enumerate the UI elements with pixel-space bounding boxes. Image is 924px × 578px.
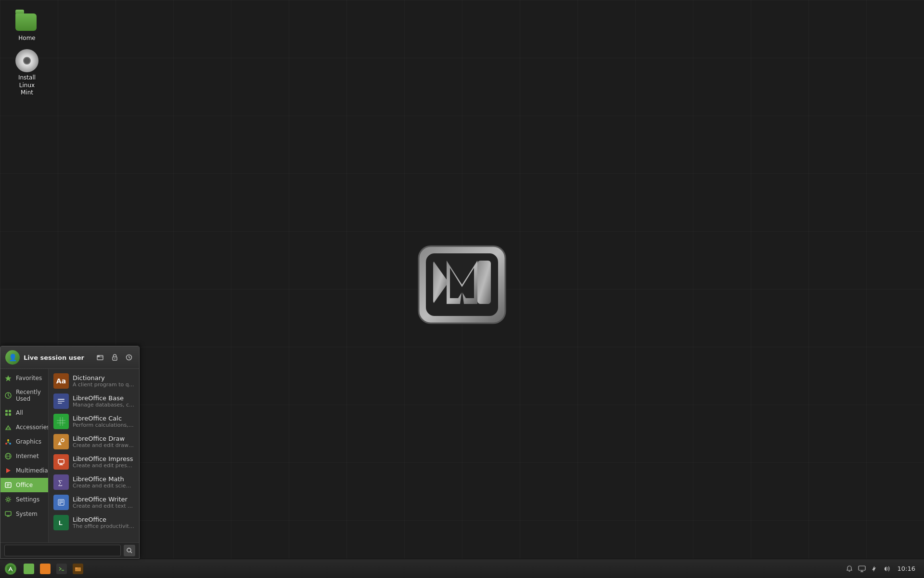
svg-rect-39 [58, 403, 62, 404]
install-icon-label: Install Linux Mint [10, 74, 44, 97]
accessories-icon [4, 423, 12, 431]
file-manager-icon [73, 564, 83, 574]
system-icon [4, 510, 12, 518]
lo-math-name: LibreOffice Math [73, 475, 134, 483]
taskbar-clock: 10:16 [895, 565, 918, 572]
search-input[interactable] [4, 545, 121, 556]
lo-math-icon: ∑ [53, 474, 69, 490]
sidebar-item-recently-used[interactable]: Recently Used [0, 385, 48, 406]
app-item-lo-impress[interactable]: LibreOffice Impress Create and edit pres… [49, 452, 139, 472]
sidebar-item-system-label: System [16, 511, 38, 517]
sidebar-item-system[interactable]: System [0, 507, 48, 521]
graphics-icon [4, 438, 12, 446]
sidebar-item-settings-label: Settings [16, 496, 39, 503]
menu-apps: Aa Dictionary A client program to query … [49, 369, 139, 542]
sidebar-item-graphics[interactable]: Graphics [0, 434, 48, 449]
svg-point-11 [114, 358, 115, 359]
sidebar-item-multimedia-label: Multimedia [16, 467, 48, 474]
lo-draw-desc: Create and edit drawings, flow ch... [73, 442, 134, 448]
svg-text:L: L [59, 519, 63, 526]
sidebar-item-internet[interactable]: Internet [0, 449, 48, 463]
sidebar-item-accessories[interactable]: Accessories [0, 420, 48, 434]
desktop-icon-home[interactable]: Home [8, 8, 46, 44]
lo-writer-info: LibreOffice Writer Create and edit text … [73, 496, 134, 509]
svg-marker-27 [6, 468, 11, 473]
app-item-lo-writer[interactable]: LibreOffice Writer Create and edit text … [49, 492, 139, 512]
sidebar-item-favorites-label: Favorites [16, 375, 42, 381]
app-item-libreoffice[interactable]: L LibreOffice The office productivity su… [49, 512, 139, 533]
dvd-icon [15, 49, 38, 72]
menu-sidebar: Favorites Recently Used All [0, 369, 49, 542]
terminal-icon [56, 564, 67, 574]
start-menu: 👤 Live session user [0, 346, 140, 559]
lo-base-icon [53, 394, 69, 409]
lo-calc-name: LibreOffice Calc [73, 415, 134, 422]
dictionary-name: Dictionary [73, 374, 134, 381]
logout-button[interactable] [124, 352, 134, 363]
app-item-lo-draw[interactable]: LibreOffice Draw Create and edit drawing… [49, 432, 139, 452]
svg-point-21 [9, 443, 11, 445]
sidebar-item-favorites[interactable]: Favorites [0, 371, 48, 385]
lo-calc-desc: Perform calculations, analyze inf... [73, 422, 134, 428]
sidebar-item-recently-label: Recently Used [16, 389, 44, 402]
taskbar-start-button[interactable] [2, 561, 19, 577]
sidebar-item-office[interactable]: Office [0, 478, 48, 492]
svg-rect-66 [75, 567, 77, 569]
power-icon[interactable] [870, 564, 879, 574]
files-manager-button[interactable] [95, 352, 105, 363]
desktop: Home Install Linux Mint [0, 0, 924, 578]
mint-logo [409, 241, 515, 328]
internet-icon [4, 452, 12, 460]
svg-rect-3 [477, 261, 491, 304]
svg-rect-18 [9, 413, 11, 416]
terminal-button[interactable] [54, 562, 69, 576]
show-desktop-button[interactable] [21, 562, 37, 576]
app-item-dictionary[interactable]: Aa Dictionary A client program to query … [49, 371, 139, 391]
svg-point-63 [7, 565, 14, 573]
svg-marker-13 [5, 375, 12, 381]
sidebar-item-internet-label: Internet [16, 453, 39, 460]
menu-body: Favorites Recently Used All [0, 369, 139, 542]
svg-point-61 [127, 548, 131, 552]
sidebar-item-all[interactable]: All [0, 406, 48, 420]
svg-rect-37 [58, 399, 64, 400]
lock-button[interactable] [109, 352, 120, 363]
lo-main-name: LibreOffice [73, 516, 134, 523]
settings-icon [4, 496, 12, 503]
search-button[interactable] [124, 545, 135, 556]
sidebar-item-multimedia[interactable]: Multimedia [0, 463, 48, 478]
svg-rect-68 [859, 566, 865, 570]
lo-impress-desc: Create and edit presentations for ... [73, 462, 134, 469]
app-item-lo-calc[interactable]: LibreOffice Calc Perform calculations, a… [49, 411, 139, 432]
lo-impress-info: LibreOffice Impress Create and edit pres… [73, 455, 134, 469]
office-icon [4, 481, 12, 489]
multimedia-icon [4, 467, 12, 474]
user-avatar: 👤 [5, 350, 20, 365]
desktop-icon-install[interactable]: Install Linux Mint [8, 47, 46, 99]
notification-icon[interactable] [845, 564, 854, 574]
sidebar-item-accessories-label: Accessories [16, 424, 49, 431]
svg-point-32 [7, 499, 10, 501]
file-manager-button[interactable] [70, 562, 86, 576]
taskbar-tray: 10:16 [845, 564, 922, 574]
lo-base-info: LibreOffice Base Manage databases, creat… [73, 394, 134, 408]
svg-rect-38 [58, 401, 64, 402]
volume-icon[interactable] [882, 564, 892, 574]
sidebar-item-graphics-label: Graphics [16, 438, 41, 445]
app-item-lo-math[interactable]: ∑ LibreOffice Math Create and edit scien… [49, 472, 139, 492]
display-icon[interactable] [857, 564, 867, 574]
sidebar-item-office-label: Office [16, 482, 33, 488]
lo-draw-icon [53, 434, 69, 449]
svg-rect-40 [57, 417, 65, 426]
sidebar-item-settings[interactable]: Settings [0, 492, 48, 507]
lo-main-info: LibreOffice The office productivity suit… [73, 516, 134, 529]
svg-line-62 [130, 552, 132, 553]
svg-rect-33 [5, 512, 11, 515]
svg-rect-17 [5, 413, 8, 416]
lo-main-icon: L [53, 515, 69, 530]
show-desktop-icon [24, 564, 34, 574]
browser-button[interactable] [38, 562, 53, 576]
dictionary-desc: A client program to query differe... [73, 381, 134, 388]
sidebar-item-all-label: All [16, 409, 23, 416]
app-item-lo-base[interactable]: LibreOffice Base Manage databases, creat… [49, 391, 139, 411]
